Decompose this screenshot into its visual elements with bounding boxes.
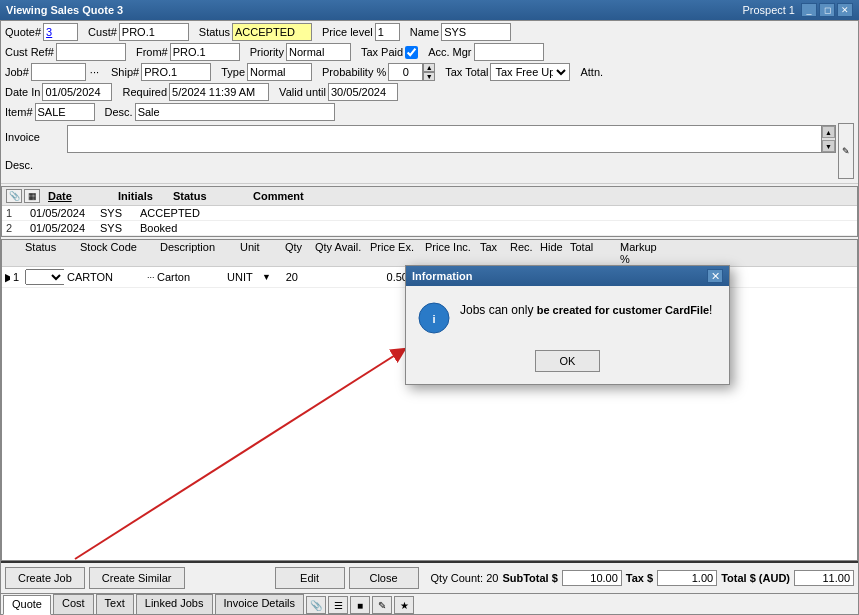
item-input[interactable] [35,103,95,121]
price-level-input[interactable] [375,23,400,41]
window-controls: _ ◻ ✕ [801,3,853,17]
log-col-status[interactable]: Status [169,190,249,202]
scroll-down-btn[interactable]: ▼ [822,140,835,152]
log-col-initials[interactable]: Initials [114,190,169,202]
col-total[interactable]: Total [567,241,617,265]
tabs-row: Quote Cost Text Linked Jobs Invoice Deta… [1,593,858,614]
log-row-2: 2 01/05/2024 SYS Booked [2,221,857,236]
log-col-comment[interactable]: Comment [249,190,308,202]
form-row-2: Cust Ref# From# Priority Tax Paid Acc. M… [5,43,854,61]
taxpaid-checkbox[interactable] [405,46,418,59]
job-input[interactable] [31,63,86,81]
col-num [2,241,22,265]
tab-icon-1[interactable]: 📎 [306,596,326,614]
tab-linked-jobs[interactable]: Linked Jobs [136,594,213,614]
ship-label: Ship# [111,66,139,78]
ship-input[interactable] [141,63,211,81]
scroll-up-btn[interactable]: ▲ [822,126,835,138]
log-header: 📎 ▦ Date Initials Status Comment [2,187,857,206]
col-priceex[interactable]: Price Ex. [367,241,422,265]
row-priceex-1: 0.50 [356,271,411,283]
window-title: Viewing Sales Quote 3 [6,4,123,16]
probability-spinbox[interactable]: ▲ ▼ [388,63,435,81]
edit-button[interactable]: Edit [275,567,345,589]
tab-quote[interactable]: Quote [3,595,51,615]
taxtotal-select[interactable]: Tax Free Up [490,63,570,81]
accmgr-label: Acc. Mgr [428,46,471,58]
probability-input[interactable] [388,63,423,81]
dialog-ok-button[interactable]: OK [535,350,601,372]
col-qty[interactable]: Qty [282,241,312,265]
items-header: Status Stock Code Description Unit Qty Q… [2,240,857,267]
tab-cost[interactable]: Cost [53,594,94,614]
tab-invoice-details[interactable]: Invoice Details [215,594,305,614]
col-markup[interactable]: Markup % [617,241,672,265]
total-label: Total $ (AUD) [721,572,790,584]
priority-label: Priority [250,46,284,58]
log-rows: 1 01/05/2024 SYS ACCEPTED 2 01/05/2024 S… [2,206,857,236]
tab-icon-2[interactable]: ☰ [328,596,348,614]
accmgr-input[interactable] [474,43,544,61]
col-status[interactable]: Status [22,241,77,265]
form-row-1: Quote# Cust# Status Price level Name [5,23,854,41]
from-input[interactable] [170,43,240,61]
col-description[interactable]: Description [157,241,237,265]
type-input[interactable] [247,63,312,81]
create-similar-button[interactable]: Create Similar [89,567,185,589]
col-tax[interactable]: Tax [477,241,507,265]
col-hide[interactable]: Hide [537,241,567,265]
spinbox-up[interactable]: ▲ [423,63,435,72]
name-input[interactable] [441,23,511,41]
datein-input[interactable] [42,83,112,101]
invoice-desc-input[interactable] [68,126,821,152]
quote-label: Quote# [5,26,41,38]
validuntil-input[interactable] [328,83,398,101]
dialog-close-button[interactable]: ✕ [707,269,723,283]
status-input[interactable] [232,23,312,41]
grid-icon[interactable]: ▦ [24,189,40,203]
quote-input[interactable] [43,23,78,41]
row-unit-dropdown[interactable]: ▼ [259,272,271,282]
tab-icon-3[interactable]: ■ [350,596,370,614]
tab-icon-4[interactable]: ✎ [372,596,392,614]
datein-label: Date In [5,86,40,98]
col-rec[interactable]: Rec. [507,241,537,265]
row-arrow: ▶ [2,271,10,284]
log-icons: 📎 ▦ [6,189,40,203]
attach-icon[interactable]: 📎 [6,189,22,203]
from-label: From# [136,46,168,58]
form-row-5: Item# Desc. [5,103,854,121]
col-priceinc[interactable]: Price Inc. [422,241,477,265]
create-job-button[interactable]: Create Job [5,567,85,589]
probability-label: Probability % [322,66,386,78]
status-label: Status [199,26,230,38]
status-select-1[interactable] [25,269,64,285]
close-button[interactable]: Close [349,567,419,589]
restore-button[interactable]: ◻ [819,3,835,17]
tab-icon-5[interactable]: ★ [394,596,414,614]
log-col-date[interactable]: Date [44,190,114,202]
spinbox-down[interactable]: ▼ [423,72,435,81]
taxpaid-label: Tax Paid [361,46,403,58]
col-stockcode[interactable]: Stock Code [77,241,157,265]
tab-text[interactable]: Text [96,594,134,614]
dialog-title: Information [412,270,473,282]
close-button[interactable]: ✕ [837,3,853,17]
validuntil-label: Valid until [279,86,326,98]
total-value [794,570,854,586]
totals-section: SubTotal $ Tax $ Total $ (AUD) [502,570,854,586]
cust-input[interactable] [119,23,189,41]
minimize-button[interactable]: _ [801,3,817,17]
invoice-scrollbar: ▲ ▼ [821,126,835,152]
priority-input[interactable] [286,43,351,61]
invoice-side-btn[interactable]: ✎ [838,123,854,179]
col-unit[interactable]: Unit [237,241,282,265]
col-qtyavail[interactable]: Qty Avail. [312,241,367,265]
required-input[interactable] [169,83,269,101]
info-dialog: Information ✕ i Jobs can only be created… [405,265,730,385]
desc-input[interactable] [135,103,335,121]
custref-input[interactable] [56,43,126,61]
tax-value [657,570,717,586]
row-status-dropdown[interactable] [22,269,64,285]
log-status-1: ACCEPTED [136,207,216,219]
